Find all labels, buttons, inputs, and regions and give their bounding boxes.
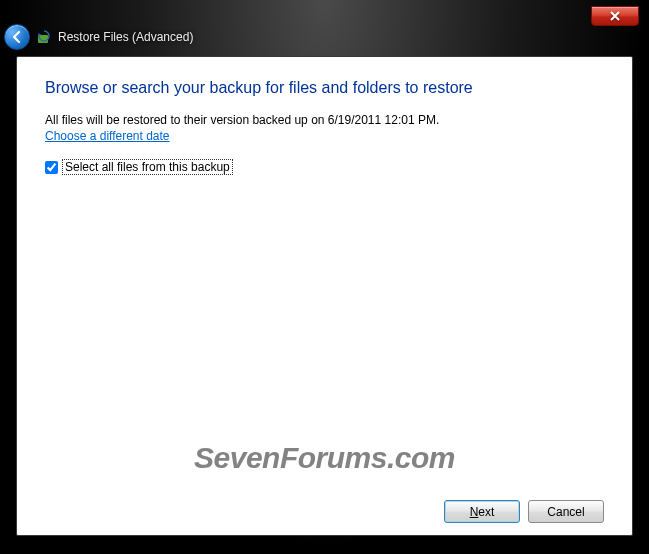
next-rest: ext xyxy=(478,505,494,519)
choose-date-link[interactable]: Choose a different date xyxy=(45,129,170,143)
window-title: Restore Files (Advanced) xyxy=(58,30,193,44)
close-icon xyxy=(610,11,620,21)
button-row: Next Cancel xyxy=(45,490,604,523)
select-all-label[interactable]: Select all files from this backup xyxy=(62,159,233,175)
window-frame: Restore Files (Advanced) Browse or searc… xyxy=(0,0,649,554)
nav-row: Restore Files (Advanced) xyxy=(4,24,193,50)
next-button[interactable]: Next xyxy=(444,500,520,523)
select-all-checkbox[interactable] xyxy=(45,161,58,174)
content-panel: Browse or search your backup for files a… xyxy=(16,56,633,536)
back-button[interactable] xyxy=(4,24,30,50)
arrow-left-icon xyxy=(10,30,24,44)
select-all-row: Select all files from this backup xyxy=(45,159,604,175)
page-heading: Browse or search your backup for files a… xyxy=(45,79,604,97)
restore-icon xyxy=(36,29,52,45)
close-button[interactable] xyxy=(591,6,639,26)
cancel-button[interactable]: Cancel xyxy=(528,500,604,523)
description-text: All files will be restored to their vers… xyxy=(45,111,604,129)
